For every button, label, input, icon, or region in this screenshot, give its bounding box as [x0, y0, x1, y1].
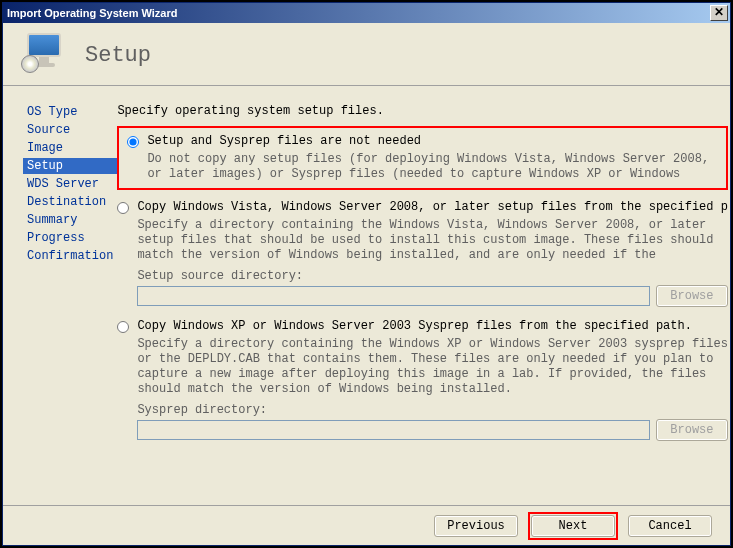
next-button[interactable]: Next	[531, 515, 615, 537]
wizard-header: Setup	[3, 23, 730, 86]
wizard-window: Import Operating System Wizard ✕ Setup O…	[2, 2, 731, 546]
instruction-text: Specify operating system setup files.	[117, 104, 728, 118]
radio-vista-files[interactable]	[117, 202, 129, 214]
page-title: Setup	[85, 43, 151, 68]
radio-xp-files-label: Copy Windows XP or Windows Server 2003 S…	[137, 319, 692, 333]
sidebar-item-wds-server[interactable]: WDS Server	[23, 176, 117, 192]
previous-button[interactable]: Previous	[434, 515, 518, 537]
radio-xp-files[interactable]	[117, 321, 129, 333]
sidebar-item-setup[interactable]: Setup	[23, 158, 117, 174]
sidebar-item-summary[interactable]: Summary	[23, 212, 117, 228]
cancel-button[interactable]: Cancel	[628, 515, 712, 537]
radio-vista-files-desc: Specify a directory containing the Windo…	[137, 218, 728, 263]
sidebar-item-os-type[interactable]: OS Type	[23, 104, 117, 120]
sidebar-item-confirmation[interactable]: Confirmation	[23, 248, 117, 264]
wizard-footer: Previous Next Cancel	[3, 505, 730, 545]
main-panel: Specify operating system setup files. Se…	[117, 86, 733, 498]
setup-icon	[23, 33, 67, 77]
next-button-highlight: Next	[528, 512, 618, 540]
radio-xp-files-desc: Specify a directory containing the Windo…	[137, 337, 728, 397]
browse-setup-source-button[interactable]: Browse	[656, 285, 728, 307]
radio-no-files[interactable]	[127, 136, 139, 148]
sidebar-item-source[interactable]: Source	[23, 122, 117, 138]
selected-option-highlight: Setup and Sysprep files are not needed D…	[117, 126, 728, 190]
sidebar-item-image[interactable]: Image	[23, 140, 117, 156]
titlebar: Import Operating System Wizard ✕	[3, 3, 730, 23]
sysprep-dir-input[interactable]	[137, 420, 650, 440]
setup-source-input[interactable]	[137, 286, 650, 306]
setup-source-label: Setup source directory:	[137, 269, 728, 283]
close-icon[interactable]: ✕	[710, 5, 728, 21]
browse-sysprep-button[interactable]: Browse	[656, 419, 728, 441]
radio-no-files-desc: Do not copy any setup files (for deployi…	[147, 152, 718, 182]
window-title: Import Operating System Wizard	[7, 7, 177, 19]
sidebar-item-destination[interactable]: Destination	[23, 194, 117, 210]
sidebar-item-progress[interactable]: Progress	[23, 230, 117, 246]
radio-vista-files-label: Copy Windows Vista, Windows Server 2008,…	[137, 200, 728, 214]
sysprep-dir-label: Sysprep directory:	[137, 403, 728, 417]
wizard-steps: OS Type Source Image Setup WDS Server De…	[3, 86, 117, 498]
radio-no-files-label: Setup and Sysprep files are not needed	[147, 134, 421, 148]
